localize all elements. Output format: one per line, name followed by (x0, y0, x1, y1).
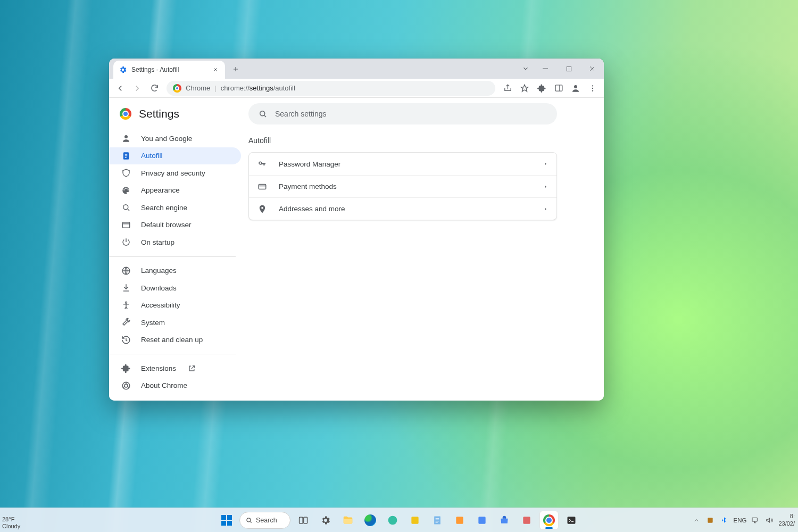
taskbar-app-generic-5[interactable] (517, 511, 536, 530)
app-icon (477, 515, 487, 526)
taskbar-app-generic-1[interactable] (383, 511, 402, 530)
taskbar-app-chrome[interactable] (539, 511, 559, 530)
title-bar: Settings - Autofill (109, 59, 604, 79)
address-bar[interactable]: Chrome | chrome://settings/autofill (167, 81, 495, 96)
wrench-icon (121, 317, 131, 328)
close-window-button[interactable] (580, 59, 604, 79)
taskbar-app-terminal[interactable] (562, 511, 581, 530)
svg-rect-19 (411, 517, 418, 523)
sidebar-item-label: On startup (141, 238, 174, 246)
forward-button[interactable] (129, 80, 145, 96)
tray-time: 8: (778, 513, 795, 520)
sidebar-item-label: Appearance (141, 186, 180, 194)
folder-icon (342, 514, 354, 526)
download-icon (121, 282, 131, 293)
sidebar-item-default-browser[interactable]: Default browser (109, 217, 241, 234)
sidebar-item-label: About Chrome (141, 381, 187, 389)
edge-icon (364, 514, 376, 526)
site-info-icon[interactable] (173, 84, 181, 93)
row-addresses[interactable]: Addresses and more (249, 197, 556, 220)
sidebar-item-reset[interactable]: Reset and clean up (109, 331, 241, 348)
settings-brand: Settings (109, 104, 241, 130)
svg-rect-23 (523, 517, 530, 523)
tray-bluetooth-icon[interactable] (719, 516, 729, 525)
sidebar-item-label: Privacy and security (141, 169, 205, 177)
sidebar-item-label: Default browser (141, 221, 192, 229)
sidebar-item-about-chrome[interactable]: About Chrome (109, 377, 241, 394)
tray-language[interactable]: ENG (733, 517, 746, 523)
windows-logo-icon (221, 515, 232, 526)
sidebar-item-you-and-google[interactable]: You and Google (109, 130, 241, 147)
sidebar-item-autofill[interactable]: Autofill (109, 147, 241, 165)
sidebar-item-on-startup[interactable]: On startup (109, 234, 241, 251)
weather-widget[interactable]: 28°F Cloudy (2, 516, 20, 530)
autofill-card: Password Manager Payment methods Address… (248, 152, 557, 220)
svg-point-18 (388, 516, 397, 525)
taskbar-search[interactable]: Search (239, 512, 290, 529)
settings-search-input[interactable]: Search settings (248, 103, 557, 124)
bookmark-button[interactable] (517, 80, 533, 96)
taskbar-center: Search (217, 511, 581, 530)
minimize-button[interactable] (534, 59, 557, 79)
row-password-manager[interactable]: Password Manager (249, 153, 556, 175)
share-button[interactable] (500, 80, 516, 96)
maximize-button[interactable] (557, 59, 580, 79)
extensions-button[interactable] (534, 80, 550, 96)
sidebar-item-accessibility[interactable]: Accessibility (109, 296, 241, 314)
svg-point-15 (247, 518, 251, 521)
tray-volume-icon[interactable] (764, 516, 774, 525)
svg-point-2 (574, 85, 577, 88)
tab-search-button[interactable] (518, 61, 534, 77)
row-payment-methods[interactable]: Payment methods (249, 175, 556, 197)
back-button[interactable] (112, 80, 128, 96)
card-icon (257, 182, 268, 192)
svg-rect-24 (568, 517, 576, 523)
tray-overflow-icon[interactable] (692, 516, 701, 525)
taskbar-app-edge[interactable] (361, 511, 380, 530)
settings-sidebar: Settings You and Google Autofill Privacy… (109, 98, 243, 401)
start-button[interactable] (217, 511, 236, 530)
tray-security-icon[interactable] (705, 516, 715, 525)
sidepanel-button[interactable] (551, 80, 567, 96)
taskbar-app-store[interactable] (495, 511, 514, 530)
search-icon (258, 109, 268, 119)
sidebar-item-search-engine[interactable]: Search engine (109, 199, 241, 217)
sidebar-divider (109, 256, 236, 257)
svg-point-10 (126, 302, 127, 303)
profile-button[interactable] (568, 80, 584, 96)
tray-clock[interactable]: 8: 23/02/ (778, 513, 795, 527)
sidebar-item-system[interactable]: System (109, 314, 241, 331)
taskbar-app-explorer[interactable] (338, 511, 358, 530)
taskbar-app-generic-2[interactable] (405, 511, 425, 530)
system-tray: ENG 8: 23/02/ (692, 513, 795, 527)
sidebar-item-downloads[interactable]: Downloads (109, 279, 241, 297)
taskbar-app-generic-4[interactable] (472, 511, 492, 530)
person-icon (121, 133, 131, 144)
taskbar-app-generic-3[interactable] (450, 511, 469, 530)
tab-close-icon[interactable] (211, 65, 220, 74)
new-tab-button[interactable] (228, 62, 243, 77)
sidebar-item-label: Accessibility (141, 301, 180, 309)
svg-rect-0 (567, 66, 571, 71)
svg-rect-8 (122, 222, 130, 228)
row-label: Password Manager (279, 160, 340, 168)
chrome-menu-button[interactable] (585, 80, 601, 96)
sidebar-item-languages[interactable]: Languages (109, 262, 241, 279)
search-icon (121, 202, 131, 213)
task-view-button[interactable] (294, 511, 313, 530)
app-icon (387, 515, 398, 526)
sidebar-item-privacy[interactable]: Privacy and security (109, 164, 241, 182)
browser-icon (121, 220, 131, 230)
restore-icon (121, 335, 131, 345)
sidebar-item-appearance[interactable]: Appearance (109, 182, 241, 200)
reload-button[interactable] (146, 80, 162, 96)
tray-network-icon[interactable] (751, 516, 760, 525)
weather-label: Cloudy (2, 523, 20, 530)
browser-tab[interactable]: Settings - Autofill (113, 61, 225, 79)
taskbar-app-settings[interactable] (316, 511, 335, 530)
row-label: Addresses and more (279, 205, 345, 213)
chrome-logo-icon (543, 514, 555, 526)
chevron-right-icon (544, 206, 548, 212)
sidebar-item-extensions[interactable]: Extensions (109, 360, 241, 377)
taskbar-app-notepad[interactable] (428, 511, 447, 530)
